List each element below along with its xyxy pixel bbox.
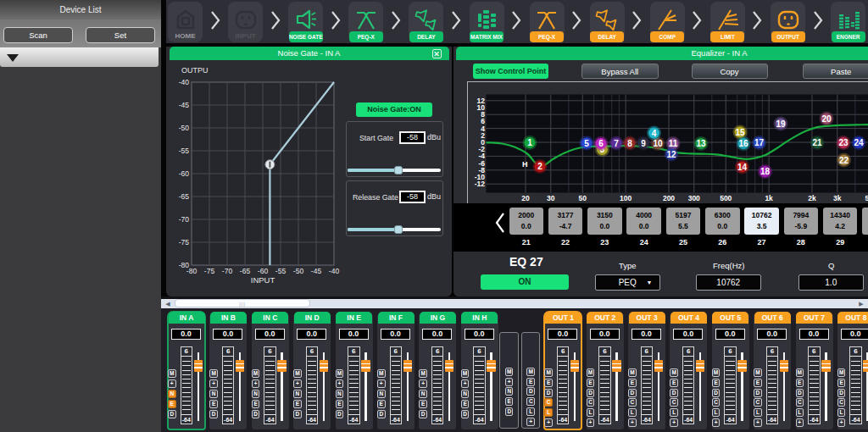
svg-text:-60: -60 bbox=[179, 169, 190, 178]
svg-text:6: 6 bbox=[598, 139, 604, 148]
svg-text:-60: -60 bbox=[258, 267, 269, 275]
svg-text:-12: -12 bbox=[475, 180, 486, 188]
svg-text:-75: -75 bbox=[204, 267, 215, 275]
svg-text:16: 16 bbox=[738, 139, 748, 148]
svg-text:-55: -55 bbox=[275, 267, 287, 275]
svg-text:-80: -80 bbox=[186, 267, 198, 275]
svg-text:18: 18 bbox=[760, 167, 771, 176]
svg-text:-45: -45 bbox=[179, 101, 190, 109]
svg-text:3k: 3k bbox=[833, 194, 842, 202]
svg-text:-45: -45 bbox=[311, 267, 322, 275]
svg-text:500: 500 bbox=[720, 194, 732, 202]
svg-text:2k: 2k bbox=[808, 194, 816, 202]
svg-text:-40: -40 bbox=[329, 267, 340, 275]
svg-text:23: 23 bbox=[838, 138, 849, 147]
svg-text:20: 20 bbox=[521, 194, 530, 202]
svg-text:4: 4 bbox=[652, 129, 657, 138]
svg-text:14: 14 bbox=[737, 163, 748, 172]
svg-text:100: 100 bbox=[620, 194, 632, 202]
svg-text:24: 24 bbox=[854, 138, 864, 147]
svg-text:15: 15 bbox=[735, 128, 745, 137]
svg-text:-70: -70 bbox=[222, 267, 233, 275]
svg-text:13: 13 bbox=[696, 139, 706, 148]
svg-text:11: 11 bbox=[669, 139, 678, 148]
svg-text:-50: -50 bbox=[179, 124, 190, 132]
svg-text:30: 30 bbox=[547, 194, 555, 202]
svg-text:17: 17 bbox=[754, 138, 765, 147]
svg-text:300: 300 bbox=[688, 194, 700, 202]
svg-text:1k: 1k bbox=[765, 194, 773, 202]
svg-text:-55: -55 bbox=[179, 147, 190, 155]
svg-text:-70: -70 bbox=[179, 215, 190, 224]
svg-text:19: 19 bbox=[776, 119, 786, 129]
svg-text:21: 21 bbox=[812, 138, 822, 147]
svg-text:OUTPU: OUTPU bbox=[181, 66, 209, 75]
svg-text:20: 20 bbox=[821, 114, 832, 124]
svg-text:-65: -65 bbox=[179, 192, 190, 201]
svg-text:8: 8 bbox=[627, 139, 632, 148]
svg-text:-40: -40 bbox=[179, 78, 190, 86]
svg-text:INPUT: INPUT bbox=[251, 275, 275, 285]
svg-text:5: 5 bbox=[584, 139, 589, 148]
svg-text:-50: -50 bbox=[293, 267, 304, 275]
svg-text:5k: 5k bbox=[865, 194, 868, 202]
svg-text:2: 2 bbox=[537, 162, 542, 171]
svg-text:-75: -75 bbox=[179, 238, 190, 246]
svg-text:12: 12 bbox=[666, 150, 676, 159]
svg-text:9: 9 bbox=[641, 139, 646, 148]
svg-text:7: 7 bbox=[614, 139, 619, 148]
svg-text:1: 1 bbox=[527, 138, 532, 147]
svg-text:10: 10 bbox=[653, 139, 663, 148]
svg-text:22: 22 bbox=[839, 156, 849, 165]
svg-text:H: H bbox=[522, 160, 528, 169]
svg-text:200: 200 bbox=[663, 194, 675, 202]
svg-text:-65: -65 bbox=[240, 267, 251, 275]
svg-text:50: 50 bbox=[579, 194, 587, 202]
